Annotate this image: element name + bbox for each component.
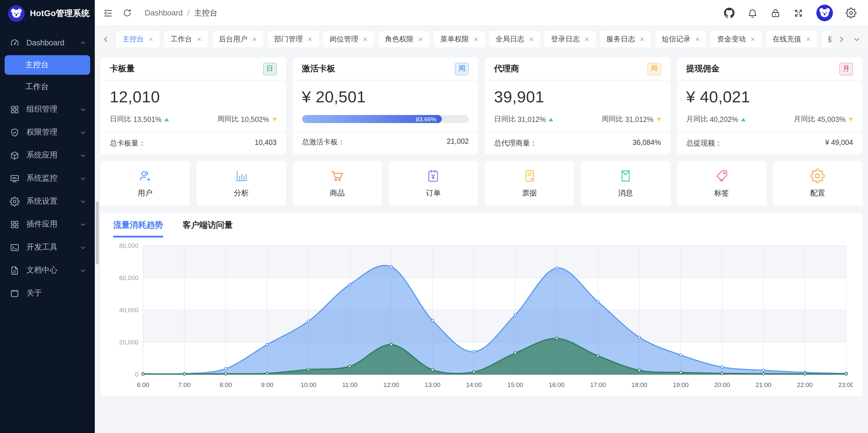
sidebar-item-系统应用[interactable]: 系统应用 [0,144,95,167]
delta-left: 月同比 40,202% [686,114,746,124]
refresh-icon [122,8,132,18]
shortcut-分析[interactable]: 分析 [197,161,286,206]
tab-全局日志[interactable]: 全局日志✕ [489,31,540,47]
tabs-scroll-right-icon[interactable] [836,34,847,45]
delta-left: 日同比 31,012% [494,114,554,124]
sidebar-item-工作台[interactable]: 工作台 [0,76,95,98]
shortcut-商品[interactable]: 商品 [293,161,382,206]
sidebar-item-系统监控[interactable]: 系统监控 [0,167,95,190]
sidebar-item-插件应用[interactable]: 插件应用 [0,213,95,236]
sidebar-item-关于[interactable]: 关于 [0,282,95,305]
plugin-grid-icon [10,220,20,229]
lock-icon[interactable] [770,8,781,18]
tabs-dropdown-icon[interactable] [851,34,862,45]
tab-短信记录[interactable]: 短信记录✕ [655,31,706,47]
shortcut-label: 票据 [522,188,537,198]
tab-close-icon[interactable]: ✕ [584,36,589,42]
svg-text:20,000: 20,000 [119,339,138,346]
tab-close-icon[interactable]: ✕ [806,36,811,42]
tab-close-icon[interactable]: ✕ [695,36,700,42]
sidebar-item-权限管理[interactable]: 权限管理 [0,121,95,144]
tab-主控台[interactable]: 主控台✕ [116,31,160,47]
period-badge: 月 [839,62,853,75]
trend-up-icon [164,118,169,121]
bell-icon[interactable] [747,8,758,18]
progress-fill: 83.66% [302,115,441,123]
tab-close-icon[interactable]: ✕ [307,36,312,42]
shortcut-消息[interactable]: 消息 [581,161,671,206]
traffic-area-chart: 020,00040,00060,00080,0006:007:008:009:0… [110,241,853,394]
github-icon[interactable] [724,7,735,19]
delta-value: 10,502% [241,115,269,123]
tab-label: 登录日志 [551,34,580,44]
tab-部门管理[interactable]: 部门管理✕ [268,31,318,47]
period-badge: 周 [647,62,661,75]
delta-value: 13,501% [133,115,162,123]
sidebar-item-Dashboard[interactable]: Dashboard [0,31,95,54]
tabs-strip: 主控台✕工作台✕后台用户✕部门管理✕岗位管理✕角色权限✕菜单权限✕全局日志✕登录… [116,31,831,47]
chart-tab-客户端访问量[interactable]: 客户端访问量 [183,220,232,237]
stat-footer-value: 36,084% [632,139,661,148]
refresh-icon[interactable] [122,8,132,18]
tab-close-icon[interactable]: ✕ [529,36,534,42]
tab-close-icon[interactable]: ✕ [640,36,645,42]
chart-panel: 流量消耗趋势客户端访问量 020,00040,00060,00080,0006:… [100,213,862,396]
chevron-down-icon [852,35,861,44]
bell-icon [747,8,758,18]
shortcut-配置[interactable]: 配置 [773,161,863,206]
gear-icon [10,196,20,206]
fullscreen-icon [793,8,804,18]
tab-close-icon[interactable]: ✕ [197,36,202,42]
chevron-left-icon [102,35,110,44]
chart-tab-流量消耗趋势[interactable]: 流量消耗趋势 [113,220,163,237]
header: Dashboard / 主控台 [95,0,868,26]
svg-text:21:00: 21:00 [755,381,771,388]
sidebar-item-组织管理[interactable]: 组织管理 [0,98,95,121]
shortcut-订单[interactable]: 订单 [389,161,478,206]
shortcut-用户[interactable]: 用户 [100,161,190,206]
svg-text:40,000: 40,000 [119,307,138,314]
tab-服务日志[interactable]: 服务日志✕ [600,31,651,47]
tab-close-icon[interactable]: ✕ [252,36,257,42]
app-title: HotGo管理系统 [30,8,90,19]
sidebar-item-label: 系统监控 [26,173,57,183]
fullscreen-icon[interactable] [793,8,804,18]
scrollbar-thumb[interactable] [96,201,99,264]
tab-后台用户[interactable]: 后台用户✕ [213,31,264,47]
tab-登录日志[interactable]: 登录日志✕ [545,31,595,47]
github-icon [724,7,735,19]
tab-在线充值[interactable]: 在线充值✕ [766,31,817,47]
sidebar-item-文档中心[interactable]: 文档中心 [0,259,95,282]
tab-label: 岗位管理 [330,34,358,44]
chevron-down-icon [79,266,87,274]
tab-工作台[interactable]: 工作台✕ [164,31,208,47]
tab-提现管理[interactable]: 提现管理✕ [822,31,831,47]
tab-close-icon[interactable]: ✕ [750,36,755,42]
settings-gear-icon[interactable] [846,7,857,19]
delta-value: 31,012% [625,115,653,123]
tab-label: 部门管理 [274,34,303,44]
tab-资金变动[interactable]: 资金变动✕ [711,31,762,47]
shortcut-标签[interactable]: 标签 [677,161,766,206]
svg-text:19:00: 19:00 [673,381,688,388]
tab-close-icon[interactable]: ✕ [363,36,368,42]
sidebar-item-开发工具[interactable]: 开发工具 [0,236,95,259]
shortcut-票据[interactable]: 票据 [485,161,574,206]
tab-close-icon[interactable]: ✕ [418,36,423,42]
stat-footer-value: 10,403 [255,139,277,148]
tab-菜单权限[interactable]: 菜单权限✕ [434,31,485,47]
breadcrumb-root[interactable]: Dashboard [145,9,183,17]
tab-close-icon[interactable]: ✕ [149,36,153,42]
avatar[interactable] [816,5,833,21]
chevron-down-icon [79,128,87,136]
tab-岗位管理[interactable]: 岗位管理✕ [323,31,374,47]
tab-close-icon[interactable]: ✕ [474,36,478,42]
svg-text:22:00: 22:00 [797,381,812,388]
sidebar-collapse-icon[interactable] [103,8,113,18]
tab-角色权限[interactable]: 角色权限✕ [378,31,429,47]
delta-value: 31,012% [518,115,546,123]
sidebar-item-主控台[interactable]: 主控台 [5,55,90,75]
tabs-scroll-left-icon[interactable] [100,34,112,45]
logo[interactable]: HotGo管理系统 [0,0,95,26]
sidebar-item-系统设置[interactable]: 系统设置 [0,190,95,213]
